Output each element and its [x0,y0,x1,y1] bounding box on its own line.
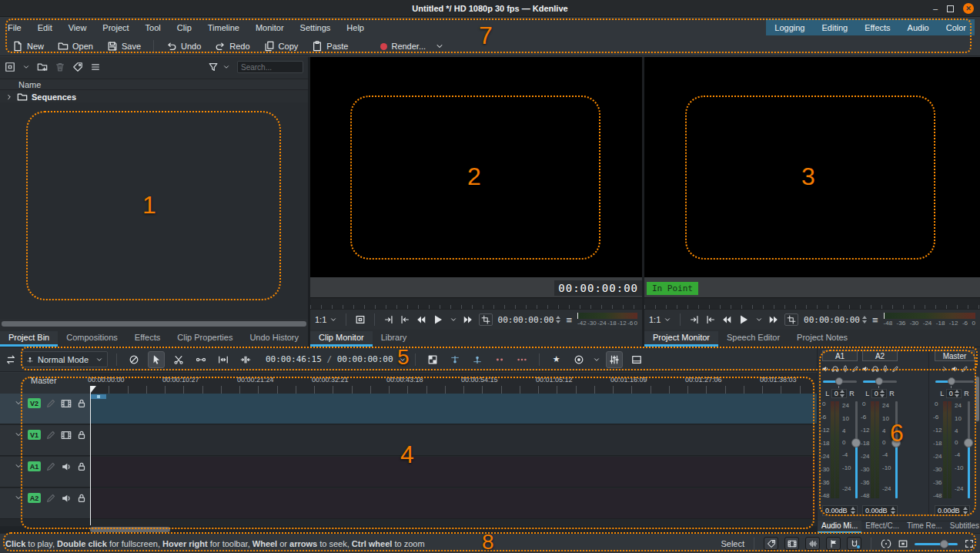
tab-effects[interactable]: Effects [126,331,169,347]
create-folder-icon[interactable] [37,62,48,72]
effects-icon[interactable] [961,365,968,373]
expander-icon[interactable] [5,93,13,101]
slip-tool-button[interactable] [192,351,209,368]
playhead-flag[interactable] [90,386,96,394]
mix-clips-button[interactable] [424,351,441,368]
play-icon[interactable] [738,313,750,326]
markers-toggle[interactable] [826,537,841,550]
bin-menu-icon[interactable] [90,62,101,72]
track-header-v1[interactable]: V1 [0,425,90,456]
timecode-spinner[interactable] [556,316,560,323]
spacer-tool-button[interactable] [215,351,232,368]
balance-slider[interactable] [861,376,899,388]
master-button[interactable]: Master [31,376,57,385]
video-track-icon[interactable] [61,430,72,441]
volume-fader[interactable] [964,438,973,447]
workspace-color[interactable]: Color [938,23,975,32]
clip-monitor-seek-ruler[interactable] [310,297,642,309]
play-icon[interactable] [432,313,444,326]
tab-undo-history[interactable]: Undo History [241,331,307,347]
rewind-icon[interactable] [721,314,732,325]
track-effects-icon[interactable] [45,461,56,472]
tab-subtitles[interactable]: Subtitles [946,521,980,533]
track-effects-icon[interactable] [45,430,56,441]
bin-item-sequences[interactable]: Sequences [0,91,308,102]
effects-icon[interactable] [891,365,899,373]
multicam-tool-button[interactable] [125,351,142,368]
set-out-point-icon[interactable] [705,314,716,325]
audio-track-icon[interactable] [61,493,72,504]
open-button[interactable]: Open [53,39,98,53]
track-badge[interactable]: V2 [28,398,41,408]
tab-speech-editor[interactable]: Speech Editor [718,331,788,347]
maximize-button[interactable] [947,5,954,12]
timeline-horizontal-scrollbar[interactable] [90,527,170,532]
zone-mode-button[interactable] [479,313,493,326]
razor-tool-button[interactable] [170,351,187,368]
track-header-a1[interactable]: A1 [0,457,90,488]
selection-tool-button[interactable] [148,351,165,368]
timeline-position[interactable]: 00:00:46:15 / 00:00:00:00 [266,354,393,364]
add-clip-icon[interactable] [5,62,15,72]
collapse-track-icon[interactable] [14,430,23,439]
track-badge[interactable]: A1 [28,461,41,471]
subtitle-button[interactable] [628,351,645,368]
collapse-track-icon[interactable] [14,493,23,502]
menu-clip[interactable]: Clip [177,23,192,32]
track-lane-a1[interactable] [90,457,817,488]
pan-spinbox[interactable]: 0 [831,389,847,398]
zoom-fit-icon[interactable] [964,538,975,549]
playhead[interactable] [90,386,91,525]
timeline-zoom-slider[interactable] [915,539,958,548]
menu-help[interactable]: Help [346,23,364,32]
record-dropdown-icon[interactable] [593,356,600,364]
project-monitor-zoom-select[interactable]: 1:1 [649,315,671,324]
project-monitor-timecode[interactable]: 00:00:00:00 [804,315,867,325]
position-dropdown-icon[interactable] [399,356,406,364]
pan-spinbox[interactable]: 0 [946,389,962,398]
clip-monitor-zoom-select[interactable]: 1:1 [315,315,337,324]
filter-icon[interactable] [208,62,219,72]
lift-zone-button[interactable] [513,351,530,368]
audio-track-icon[interactable] [61,461,72,472]
tab-project-bin[interactable]: Project Bin [0,331,58,347]
project-monitor-seek-ruler[interactable] [644,297,980,309]
audio-mixer-toggle-button[interactable] [606,351,623,368]
minimize-button[interactable]: – [933,4,938,13]
volume-fader[interactable] [851,438,861,447]
close-button[interactable]: ✕ [963,3,974,14]
menu-settings[interactable]: Settings [300,23,331,32]
balance-slider[interactable] [933,376,976,388]
forward-icon[interactable] [463,314,473,325]
bin-empty-area[interactable] [0,102,308,319]
volume-fader[interactable] [891,438,901,447]
expand-channel-icon[interactable] [941,365,948,373]
tab-project-notes[interactable]: Project Notes [788,331,856,347]
monitor-menu-icon[interactable]: ≡ [566,314,572,326]
filter-dropdown-icon[interactable] [222,63,230,71]
snap-toggle[interactable] [847,537,861,550]
clip-monitor-timecode[interactable]: 00:00:00:00 [498,315,561,325]
project-monitor-video[interactable] [644,57,980,277]
set-in-point-icon[interactable] [689,314,700,325]
new-button[interactable]: New [8,39,48,53]
track-effects-icon[interactable] [45,493,56,504]
menu-monitor[interactable]: Monitor [256,23,284,32]
gain-spinbox[interactable]: 0.00dB [862,505,898,516]
tab-clip-monitor[interactable]: Clip Monitor [310,331,373,347]
render-button[interactable]: Render... [376,40,430,52]
bin-horizontal-scrollbar[interactable] [2,321,306,327]
favorite-effects-button[interactable]: ★ [548,351,565,368]
show-tags-toggle[interactable] [764,537,778,550]
record-button[interactable] [570,351,587,368]
bin-column-header[interactable]: Name [0,79,308,90]
extract-zone-button[interactable] [491,351,508,368]
set-out-point-icon[interactable] [400,314,410,325]
lock-icon[interactable] [76,398,87,409]
track-lane-v2[interactable] [90,394,817,424]
play-options-icon[interactable] [450,316,457,323]
audio-thumbnails-toggle[interactable] [805,537,820,550]
mute-icon[interactable] [861,365,869,373]
timeline-zone-bar[interactable] [91,394,106,399]
tab-effect-compositing[interactable]: Effect/C... [861,521,903,533]
